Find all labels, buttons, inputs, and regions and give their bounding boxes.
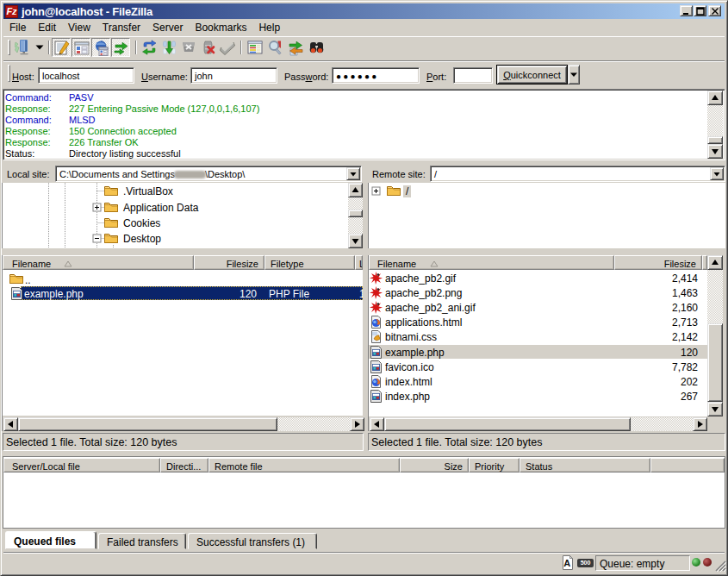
- svg-text:A: A: [563, 558, 570, 568]
